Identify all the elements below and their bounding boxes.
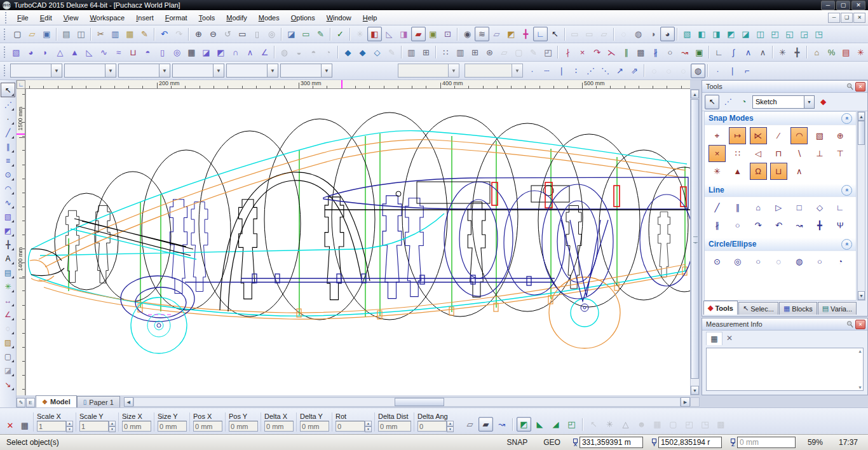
line-rectangle-icon[interactable]: □ (790, 199, 808, 216)
vertical-ruler[interactable]: 1500 mm1400 mm (17, 89, 25, 395)
pin-icon[interactable] (846, 83, 854, 91)
circle-tangent-two-icon[interactable]: ○ (811, 253, 828, 270)
snap-tracking-icon[interactable]: ✳ (353, 27, 367, 41)
combo-dropdown-icon[interactable]: ▼ (804, 96, 814, 108)
line-irregular-polygon-icon[interactable]: ▷ (770, 199, 787, 216)
facet-delete-icon[interactable]: ◇ (370, 45, 384, 60)
pin-icon[interactable] (846, 320, 854, 329)
double-line-icon[interactable]: ∥ (1, 140, 15, 153)
tools-panel-scrollbar[interactable]: ▲ ▼ (857, 111, 865, 301)
menu-help[interactable]: Help (357, 12, 383, 24)
panel-scroll-down-button[interactable]: ▼ (858, 291, 865, 300)
property-combo-8[interactable]: ▼ (465, 64, 523, 78)
helix-3d-icon[interactable]: ∿ (97, 45, 111, 60)
property-combo-4[interactable]: ▼ (172, 64, 224, 78)
menu-edit[interactable]: Edit (34, 12, 58, 24)
style-combo[interactable]: Sketch ▼ (752, 95, 815, 109)
union-3d-icon[interactable]: ◍ (277, 45, 292, 60)
size-y-input[interactable] (158, 421, 187, 432)
point-icon[interactable]: · (1, 112, 15, 125)
mdi-close-button[interactable]: ✕ (853, 13, 865, 23)
cut-icon[interactable]: ✂ (93, 27, 108, 41)
slice-3d-icon[interactable]: ◩ (214, 45, 228, 60)
point-mark-1-icon[interactable]: ∙ (525, 64, 539, 78)
circle-tangent-to-line-icon[interactable]: ◍ (790, 253, 808, 270)
offset-icon[interactable]: ∥ (619, 45, 634, 60)
zoom-previous-icon[interactable]: ↺ (220, 27, 235, 41)
drawing-canvas[interactable] (25, 89, 690, 395)
corner-trim-icon[interactable]: ∟ (712, 45, 726, 60)
corner-tool-icon[interactable]: ⌐ (740, 64, 754, 78)
snap-pick-icon[interactable]: ⋰ (721, 95, 735, 109)
radial-array-icon[interactable]: ⊛ (482, 45, 497, 60)
angle-30-icon[interactable]: ∠ (257, 45, 272, 60)
line-branch-icon[interactable]: Ψ (832, 217, 849, 234)
facet-move-icon[interactable]: ◆ (355, 45, 370, 60)
combo-dropdown-icon[interactable]: ▼ (51, 64, 62, 77)
picture-tool-icon[interactable]: ▤ (1, 266, 15, 279)
shell-tool-icon[interactable]: ◰ (541, 45, 555, 60)
line-icon[interactable]: ╱ (1, 126, 15, 139)
pick-tool-icon[interactable]: ✎ (526, 45, 541, 60)
scroll-up-button[interactable]: ▲ (691, 90, 699, 99)
menu-insert[interactable]: Insert (130, 12, 159, 24)
print-icon[interactable]: ▤ (59, 27, 74, 41)
line-polygon-icon[interactable]: ⌂ (750, 199, 767, 216)
workplane-world-icon[interactable]: ◩ (517, 417, 531, 432)
scale-x-input[interactable] (37, 421, 66, 432)
format-painter-icon[interactable]: ✎ (137, 27, 152, 41)
point-mark-4-icon[interactable]: ∶ (569, 64, 583, 78)
property-combo-5[interactable]: ▼ (226, 64, 278, 78)
text-tool-icon[interactable]: A (1, 252, 15, 265)
canvas-vscrollbar[interactable]: ▲ ▼ (690, 89, 700, 395)
orbit-3d-icon[interactable]: ◔ (736, 95, 751, 109)
spline-icon[interactable]: ∿ (1, 196, 15, 209)
render-wireframe-icon[interactable]: ◌ (616, 27, 631, 41)
new-view-icon[interactable]: ▱ (489, 27, 504, 41)
menu-window[interactable]: Window (321, 12, 357, 24)
multiline-icon[interactable]: ≡ (1, 154, 15, 167)
stack-copy-icon[interactable]: ▥ (453, 45, 468, 60)
property-combo-7[interactable]: ▼ (398, 64, 459, 78)
scroll-right-button[interactable]: ▶ (681, 397, 690, 407)
minimize-button[interactable]: ─ (821, 1, 835, 10)
combo-dropdown-icon[interactable]: ▼ (267, 64, 278, 77)
tools-panel-close-icon[interactable]: ✕ (855, 82, 865, 92)
fillet-icon[interactable]: ↷ (590, 45, 604, 60)
person-gray-icon[interactable]: ☻ (634, 417, 649, 432)
move-tool-icon[interactable]: ╋ (1, 238, 15, 251)
modify-mode-icon[interactable]: ⊡ (440, 27, 455, 41)
print-preview-icon[interactable]: ◫ (74, 27, 88, 41)
property-combo-1[interactable]: ▼ (10, 64, 62, 78)
delta-y-input[interactable] (300, 421, 329, 432)
combo-dropdown-icon[interactable]: ▼ (448, 64, 459, 77)
line-chamfer-icon[interactable]: ↝ (790, 217, 808, 234)
panel-scroll-up-button[interactable]: ▲ (858, 112, 865, 121)
prism-3d-icon[interactable]: ▲ (67, 45, 82, 60)
parallel-copy-icon[interactable]: ∦ (648, 45, 663, 60)
hscroll-thumb[interactable] (395, 398, 444, 406)
bar-tool-icon[interactable]: ∣ (725, 64, 740, 78)
extrude-tool-icon[interactable]: ◪ (1, 364, 15, 377)
facet-sphere-4-icon[interactable]: ◳ (811, 27, 826, 41)
panel-scroll-thumb[interactable] (858, 121, 865, 145)
maximize-button[interactable]: ▢ (836, 1, 850, 10)
snap-center-icon[interactable]: ⊕ (832, 127, 849, 144)
vscroll-thumb[interactable] (691, 99, 699, 379)
circle-mark-3-icon[interactable]: ◌ (676, 64, 691, 78)
circle-tangent-three-icon[interactable]: ◔ (832, 253, 849, 270)
snap-ortho-v-icon[interactable]: ⊥ (811, 145, 828, 162)
mirror-mode-icon[interactable]: ◨ (397, 27, 411, 41)
facet-box-4-icon[interactable]: ◩ (724, 27, 738, 41)
snap-toggle[interactable]: SNAP (503, 437, 532, 448)
material-style-icon[interactable]: ▰ (411, 27, 426, 41)
menu-format[interactable]: Format (159, 12, 193, 24)
edit-sheet-button[interactable]: ✎ (17, 398, 25, 407)
group-frame-2-icon[interactable]: ▭ (582, 27, 597, 41)
spline-edit-1-icon[interactable]: ∫ (726, 45, 741, 60)
menu-modes[interactable]: Modes (253, 12, 285, 24)
size-x-input[interactable] (122, 421, 151, 432)
snap-apex-icon[interactable]: ▲ (729, 163, 746, 180)
line-bisector-icon[interactable]: ╋ (811, 217, 828, 234)
sheet-tool-icon[interactable]: ▱ (497, 45, 512, 60)
